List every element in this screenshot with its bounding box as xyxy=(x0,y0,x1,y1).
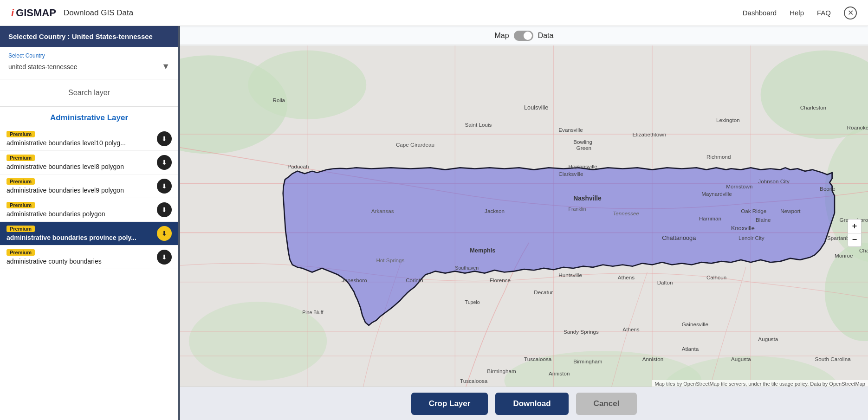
layer-item[interactable]: Premiumadministrative county boundaries⬇ xyxy=(0,246,178,269)
faq-link[interactable]: FAQ xyxy=(817,9,831,17)
svg-text:Memphis: Memphis xyxy=(470,247,495,254)
action-bar: Crop Layer Download Cancel xyxy=(180,387,868,420)
crop-layer-button[interactable]: Crop Layer xyxy=(411,393,488,415)
select-country-label: Select Country xyxy=(8,52,170,59)
layer-name: administrative boundaries level10 polyg.… xyxy=(6,139,157,147)
premium-badge: Premium xyxy=(6,131,35,137)
svg-text:Huntsville: Huntsville xyxy=(558,272,582,278)
layer-item-left: Premiumadministrative boundaries polygon xyxy=(6,202,157,218)
page-title: Download GIS Data xyxy=(64,8,133,18)
svg-text:Boone: Boone xyxy=(820,186,836,192)
layer-name: administrative boundaries polygon xyxy=(6,210,157,218)
svg-text:Sandy Springs: Sandy Springs xyxy=(564,329,599,335)
svg-text:Jonesboro: Jonesboro xyxy=(342,277,367,283)
download-arrow-icon: ⬇ xyxy=(162,253,167,261)
svg-text:Augusta: Augusta xyxy=(758,336,778,342)
country-value: united states-tennessee xyxy=(8,63,78,71)
svg-text:Elizabethtown: Elizabethtown xyxy=(633,131,667,137)
svg-text:Richmond: Richmond xyxy=(706,154,731,160)
country-dropdown[interactable]: united states-tennessee ▼ xyxy=(8,62,170,71)
header: iGISMAP Download GIS Data Dashboard Help… xyxy=(0,0,868,26)
map-area: Map Data xyxy=(180,26,868,420)
premium-badge: Premium xyxy=(6,155,35,161)
layer-item-left: Premiumadministrative county boundaries xyxy=(6,249,157,265)
svg-text:Johnson City: Johnson City xyxy=(758,178,790,184)
svg-text:Arkansas: Arkansas xyxy=(371,208,394,214)
svg-text:Oak Ridge: Oak Ridge xyxy=(741,208,766,214)
svg-text:Florence: Florence xyxy=(490,277,511,283)
admin-layer-title: Administrative Layer xyxy=(0,107,178,127)
close-button[interactable]: ✕ xyxy=(844,6,857,19)
layer-item[interactable]: Premiumadministrative boundaries level8 … xyxy=(0,151,178,174)
svg-text:South Carolina: South Carolina xyxy=(815,356,851,362)
toggle-knob xyxy=(524,32,532,40)
layer-item-left: Premiumadministrative boundaries level10… xyxy=(6,131,157,147)
svg-text:Corinth: Corinth xyxy=(406,277,423,283)
layer-item[interactable]: Premiumadministrative boundaries level10… xyxy=(0,127,178,151)
svg-text:Athens: Athens xyxy=(618,274,635,280)
svg-text:Monroe: Monroe xyxy=(835,252,853,258)
download-arrow-icon: ⬇ xyxy=(162,159,167,166)
svg-text:Dalton: Dalton xyxy=(657,279,673,285)
download-arrow-icon: ⬇ xyxy=(162,206,167,213)
layer-item[interactable]: Premiumadministrative boundaries provinc… xyxy=(0,222,178,246)
svg-text:Tuscaloosa: Tuscaloosa xyxy=(460,378,488,384)
zoom-out-button[interactable]: − xyxy=(848,233,862,247)
svg-text:Birmingham: Birmingham xyxy=(487,368,516,374)
map-data-toggle[interactable] xyxy=(514,31,533,41)
search-layer-label[interactable]: Search layer xyxy=(68,89,110,97)
layer-item-left: Premiumadministrative boundaries level9 … xyxy=(6,178,157,194)
dropdown-arrow-icon: ▼ xyxy=(162,62,170,71)
svg-text:Evansville: Evansville xyxy=(558,127,583,133)
layer-item[interactable]: Premiumadministrative boundaries polygon… xyxy=(0,198,178,222)
dashboard-link[interactable]: Dashboard xyxy=(743,9,777,17)
download-layer-icon[interactable]: ⬇ xyxy=(157,202,172,217)
data-label: Data xyxy=(538,32,554,40)
svg-text:Anniston: Anniston xyxy=(549,370,570,376)
help-link[interactable]: Help xyxy=(790,9,804,17)
sidebar: Selected Country : United States-tenness… xyxy=(0,26,180,420)
layer-list: Premiumadministrative boundaries level10… xyxy=(0,127,178,306)
svg-text:Gainesville: Gainesville xyxy=(682,321,708,327)
layer-item[interactable]: Premiumadministrative boundaries level9 … xyxy=(0,174,178,198)
svg-text:Athens: Athens xyxy=(622,326,640,332)
download-layer-icon[interactable]: ⬇ xyxy=(157,226,172,241)
download-button[interactable]: Download xyxy=(495,393,568,415)
svg-text:Atlanta: Atlanta xyxy=(682,346,699,352)
main-layout: Selected Country : United States-tenness… xyxy=(0,26,868,420)
layer-item-left: Premiumadministrative boundaries provinc… xyxy=(6,226,157,241)
svg-text:Hopkinsville: Hopkinsville xyxy=(569,163,597,169)
search-layer-section: Search layer xyxy=(0,79,178,107)
svg-text:Augusta: Augusta xyxy=(731,356,751,362)
svg-text:Rolla: Rolla xyxy=(272,97,285,103)
svg-text:Anniston: Anniston xyxy=(642,356,663,362)
svg-text:Nashville: Nashville xyxy=(573,195,602,202)
download-arrow-icon: ⬇ xyxy=(162,135,167,142)
download-layer-icon[interactable]: ⬇ xyxy=(157,179,172,194)
zoom-controls: + − xyxy=(848,219,862,247)
svg-text:Cape Girardeau: Cape Girardeau xyxy=(396,142,434,148)
download-layer-icon[interactable]: ⬇ xyxy=(157,155,172,170)
layer-name: administrative county boundaries xyxy=(6,258,157,265)
download-layer-icon[interactable]: ⬇ xyxy=(157,131,172,146)
svg-text:Birmingham: Birmingham xyxy=(573,358,602,364)
premium-badge: Premium xyxy=(6,178,35,185)
svg-text:Tennessee: Tennessee xyxy=(613,210,639,216)
select-country-section: Select Country united states-tennessee ▼ xyxy=(0,47,178,79)
logo-gismap: GISMAP xyxy=(16,7,56,19)
svg-text:Harriman: Harriman xyxy=(699,215,721,221)
header-left: iGISMAP Download GIS Data xyxy=(11,7,133,19)
svg-text:Franklin: Franklin xyxy=(569,206,586,212)
svg-text:Clarksville: Clarksville xyxy=(558,171,583,177)
download-arrow-icon: ⬇ xyxy=(162,230,167,237)
download-layer-icon[interactable]: ⬇ xyxy=(157,250,172,265)
svg-text:Newport: Newport xyxy=(780,208,801,214)
map-background: Louisville Rolla Saint Louis Cape Girard… xyxy=(180,45,868,420)
svg-text:Pine Bluff: Pine Bluff xyxy=(302,310,323,315)
zoom-in-button[interactable]: + xyxy=(848,219,862,233)
cancel-button[interactable]: Cancel xyxy=(576,393,637,415)
header-right: Dashboard Help FAQ ✕ xyxy=(743,6,857,19)
svg-text:Paducah: Paducah xyxy=(287,163,309,169)
premium-badge: Premium xyxy=(6,249,35,256)
svg-text:Knoxville: Knoxville xyxy=(731,225,755,232)
